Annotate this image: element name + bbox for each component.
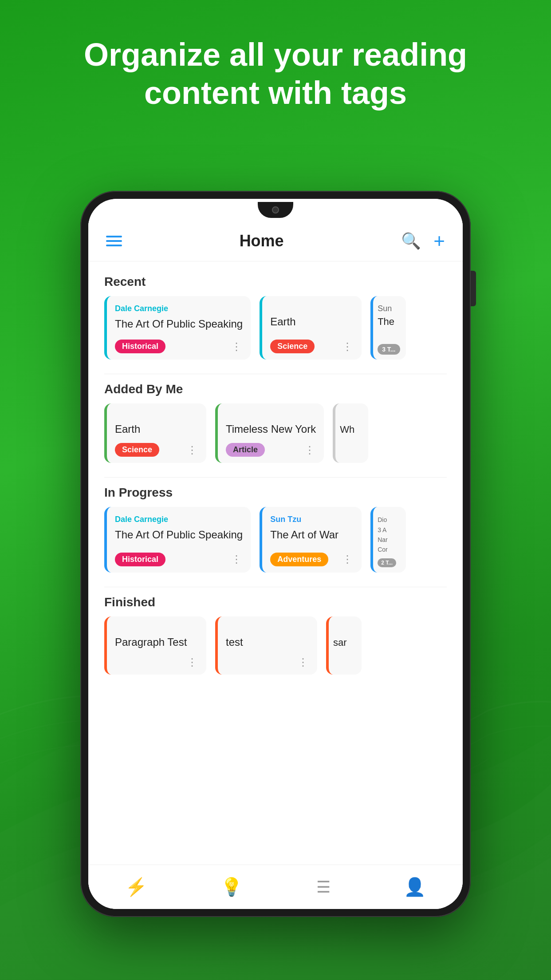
- card-title: Earth: [115, 411, 198, 436]
- profile-icon: 👤: [404, 877, 426, 897]
- card-art-public-speaking-progress[interactable]: Dale Carnegie The Art Of Public Speaking…: [104, 507, 251, 573]
- card-footer: Historical ⋮: [115, 340, 243, 353]
- card-timeless-ny-added[interactable]: Timeless New York Article ⋮: [215, 403, 324, 463]
- card-title: Paragraph Test: [115, 624, 198, 649]
- nav-bulb[interactable]: 💡: [220, 877, 243, 897]
- section-added-title: Added By Me: [88, 378, 463, 403]
- card-footer: Science ⋮: [115, 443, 198, 457]
- progress-cards-row: Dale Carnegie The Art Of Public Speaking…: [88, 507, 463, 583]
- section-finished-title: Finished: [88, 591, 463, 616]
- top-bar: Home 🔍 +: [88, 221, 463, 261]
- bulb-icon: 💡: [220, 877, 243, 897]
- top-bar-title: Home: [240, 232, 284, 250]
- tag-article: Article: [226, 443, 265, 457]
- card-title: The Art Of Public Speaking: [115, 528, 243, 545]
- card-sun-tzu-progress[interactable]: Sun Tzu The Art of War Adventures ⋮: [260, 507, 362, 573]
- card-earth-added[interactable]: Earth Science ⋮: [104, 403, 206, 463]
- card-footer: Science ⋮: [270, 340, 354, 353]
- card-author: Dale Carnegie: [115, 304, 243, 313]
- card-sun-partial-recent: Sun The 3 T...: [370, 296, 406, 360]
- bottom-nav: ⚡ 💡 ☰ 👤: [88, 865, 463, 909]
- nav-flash[interactable]: ⚡: [125, 877, 147, 897]
- partial-title: The: [378, 316, 401, 328]
- more-button[interactable]: ⋮: [231, 553, 243, 565]
- section-recent-title: Recent: [88, 270, 463, 296]
- more-button[interactable]: ⋮: [231, 340, 243, 353]
- tag-science: Science: [270, 340, 315, 353]
- tag-counter: 2 T...: [378, 558, 396, 567]
- menu-icon[interactable]: [106, 236, 122, 246]
- top-bar-icons: 🔍 +: [401, 230, 445, 252]
- more-button[interactable]: ⋮: [187, 444, 198, 456]
- more-button[interactable]: ⋮: [342, 553, 354, 565]
- add-icon[interactable]: +: [433, 230, 445, 252]
- card-paragraph-test-finished[interactable]: Paragraph Test ⋮: [104, 616, 206, 675]
- card-title: Timeless New York: [226, 411, 316, 436]
- list-icon: ☰: [316, 878, 331, 897]
- camera: [272, 206, 279, 213]
- card-wh-partial-added: Wh: [333, 403, 368, 463]
- tag-science: Science: [115, 443, 159, 457]
- card-test-finished[interactable]: test ⋮: [215, 616, 317, 675]
- more-button[interactable]: ⋮: [342, 340, 354, 353]
- card-title: The Art of War: [270, 528, 354, 545]
- card-footer: ⋮: [115, 656, 198, 668]
- card-footer: Adventures ⋮: [270, 553, 354, 566]
- nav-profile[interactable]: 👤: [404, 877, 426, 897]
- partial-title: Wh: [340, 424, 364, 435]
- nav-list[interactable]: ☰: [316, 878, 331, 897]
- phone-notch: [88, 199, 463, 221]
- partial-title: sar: [333, 637, 357, 648]
- card-earth-science-recent[interactable]: Earth Science ⋮: [260, 296, 362, 360]
- tag-counter: 3 T...: [378, 344, 400, 355]
- search-icon[interactable]: 🔍: [401, 232, 421, 250]
- tag-historical: Historical: [115, 553, 165, 566]
- tag-adventures: Adventures: [270, 553, 328, 566]
- added-cards-row: Earth Science ⋮ Timeless New York Articl…: [88, 403, 463, 474]
- tag-historical: Historical: [115, 340, 165, 353]
- more-button[interactable]: ⋮: [304, 444, 316, 456]
- card-footer: ⋮: [226, 656, 309, 668]
- card-title: Earth: [270, 304, 354, 332]
- card-title: test: [226, 624, 309, 649]
- recent-cards-row: Dale Carnegie The Art Of Public Speaking…: [88, 296, 463, 370]
- more-button[interactable]: ⋮: [187, 656, 198, 668]
- card-footer: Article ⋮: [226, 443, 316, 457]
- phone-mockup: Home 🔍 + Recent Dale Carnegie The Art: [80, 191, 471, 917]
- card-author: Dale Carnegie: [115, 515, 243, 524]
- card-footer: Historical ⋮: [115, 553, 243, 566]
- more-button[interactable]: ⋮: [298, 656, 309, 668]
- finished-cards-row: Paragraph Test ⋮ test ⋮: [88, 616, 463, 685]
- card-art-public-speaking-recent[interactable]: Dale Carnegie The Art Of Public Speaking…: [104, 296, 251, 360]
- page-headline: Organize all your reading content with t…: [48, 36, 503, 112]
- scroll-content: Recent Dale Carnegie The Art Of Public S…: [88, 261, 463, 909]
- card-sar-partial-finished: sar: [326, 616, 362, 675]
- section-progress-title: In Progress: [88, 481, 463, 507]
- flash-icon: ⚡: [125, 877, 147, 897]
- card-cas-partial-progress: Dio 3 A Nar Cor 2 T...: [370, 507, 406, 573]
- card-author: Sun Tzu: [270, 515, 354, 524]
- card-title: The Art Of Public Speaking: [115, 317, 243, 332]
- partial-author: Sun: [378, 304, 401, 313]
